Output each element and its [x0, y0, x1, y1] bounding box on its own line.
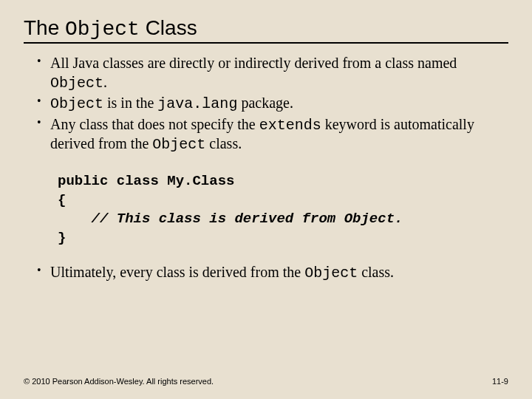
bullet-list-top: All Java classes are directly or indirec… [37, 54, 508, 154]
bullet-item: Any class that does not specify the exte… [37, 115, 508, 154]
title-code: Object [65, 18, 140, 41]
code-line: } [58, 230, 66, 246]
code-comment: // This class is derived from Object. [58, 211, 403, 227]
bullet-item: Object is in the java.lang package. [37, 94, 508, 114]
page-number: 11-9 [492, 377, 508, 386]
bullet-list-bottom: Ultimately, every class is derived from … [37, 263, 508, 283]
code-line: public class My.Class [58, 173, 234, 189]
code-line: { [58, 192, 66, 208]
title-text-2: Class [140, 16, 197, 39]
copyright-text: © 2010 Pearson Addison-Wesley. All right… [24, 377, 214, 386]
title-text-1: The [24, 16, 65, 39]
slide-title: The Object Class [24, 16, 508, 44]
bullet-item: All Java classes are directly or indirec… [37, 54, 508, 92]
code-block: public class My.Class { // This class is… [58, 172, 508, 248]
bullet-item: Ultimately, every class is derived from … [37, 263, 508, 283]
